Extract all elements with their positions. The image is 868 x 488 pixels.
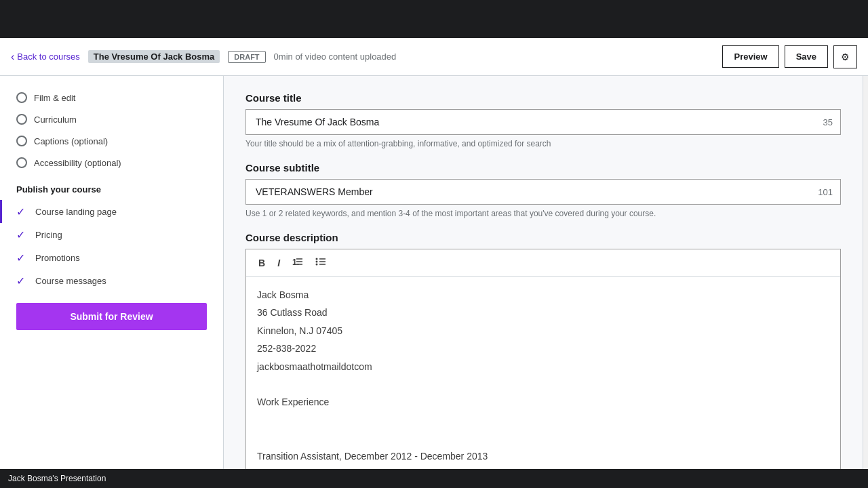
status-bar: Jack Bosma's Presentation (0, 469, 868, 488)
back-arrow-icon: ‹ (11, 51, 14, 63)
submit-for-review-button[interactable]: Submit for Review (16, 303, 207, 330)
sidebar-label-course-landing: Course landing page (35, 207, 117, 217)
nav-course-title: The Vresume Of Jack Bosma (88, 50, 220, 63)
desc-line-blank3 (257, 430, 829, 445)
sidebar-label-course-messages: Course messages (35, 276, 106, 286)
desc-line-work-exp: Work Experience (257, 394, 829, 409)
course-title-char-count: 35 (823, 117, 833, 127)
course-description-label: Course description (245, 232, 841, 243)
submit-btn-container: Submit for Review (0, 292, 223, 341)
check-course-landing: ✓ (16, 205, 28, 218)
save-button[interactable]: Save (785, 45, 828, 68)
italic-button[interactable]: I (272, 255, 285, 271)
back-to-courses[interactable]: ‹ Back to courses (11, 51, 80, 63)
bold-button[interactable]: B (253, 255, 271, 271)
sidebar-label-film-edit: Film & edit (34, 93, 75, 103)
status-text: Jack Bosma's Presentation (8, 474, 106, 483)
svg-point-6 (316, 264, 318, 266)
desc-line-city: Kinnelon, N.J 07405 (257, 323, 829, 338)
check-pricing: ✓ (16, 228, 28, 241)
sidebar-item-film-edit[interactable]: Film & edit (0, 87, 223, 108)
main-layout: Film & edit Curriculum Captions (optiona… (0, 76, 868, 488)
svg-point-5 (316, 261, 318, 263)
sidebar-item-captions[interactable]: Captions (optional) (0, 130, 223, 152)
ordered-list-button[interactable]: 1. (287, 253, 309, 272)
sidebar-item-pricing[interactable]: ✓ Pricing (0, 223, 223, 246)
desc-line-email: jackbosmaathotmaildotcom (257, 359, 829, 374)
sidebar-item-course-landing[interactable]: ✓ Course landing page (0, 200, 223, 223)
unordered-list-button[interactable] (310, 253, 332, 272)
desc-line-blank1 (257, 377, 829, 392)
desc-line-transition: Transition Assistant, December 2012 - De… (257, 449, 829, 464)
upload-status: 0min of video content uploaded (274, 52, 715, 62)
svg-point-4 (316, 258, 318, 260)
course-title-wrapper: 35 (245, 109, 841, 135)
draft-badge: DRAFT (228, 51, 265, 63)
sidebar-item-promotions[interactable]: ✓ Promotions (0, 246, 223, 269)
sidebar-item-accessibility[interactable]: Accessibility (optional) (0, 152, 223, 174)
course-subtitle-input[interactable] (245, 179, 841, 205)
description-content[interactable]: Jack Bosma 36 Cutlass Road Kinnelon, N.J… (246, 277, 840, 477)
sidebar: Film & edit Curriculum Captions (optiona… (0, 76, 224, 488)
description-editor: B I 1. (245, 249, 841, 478)
top-bar (0, 0, 868, 38)
radio-captions (16, 136, 27, 146)
nav-actions: Preview Save ⚙ (722, 45, 857, 68)
right-scrollbar (863, 76, 868, 488)
sidebar-label-promotions: Promotions (35, 253, 80, 263)
sidebar-label-accessibility: Accessibility (optional) (34, 158, 121, 168)
editor-toolbar: B I 1. (246, 249, 840, 277)
check-course-messages: ✓ (16, 274, 28, 287)
course-title-hint: Your title should be a mix of attention-… (245, 139, 841, 148)
radio-film-edit (16, 92, 27, 103)
radio-curriculum (16, 114, 27, 125)
radio-accessibility (16, 157, 27, 168)
course-subtitle-wrapper: 101 (245, 179, 841, 205)
sidebar-label-pricing: Pricing (35, 230, 62, 240)
sidebar-label-curriculum: Curriculum (34, 115, 77, 125)
desc-line-name: Jack Bosma (257, 287, 829, 302)
unordered-list-icon (315, 256, 326, 267)
sidebar-item-curriculum[interactable]: Curriculum (0, 108, 223, 130)
sidebar-label-captions: Captions (optional) (34, 136, 108, 146)
check-promotions: ✓ (16, 251, 28, 264)
preview-button[interactable]: Preview (722, 45, 778, 68)
publish-section-label: Publish your course (0, 174, 223, 200)
content-area: Course title 35 Your title should be a m… (224, 76, 863, 488)
nav-bar: ‹ Back to courses The Vresume Of Jack Bo… (0, 38, 868, 76)
course-subtitle-hint: Use 1 or 2 related keywords, and mention… (245, 209, 841, 218)
desc-line-blank2 (257, 413, 829, 428)
desc-line-address: 36 Cutlass Road (257, 305, 829, 320)
course-subtitle-char-count: 101 (818, 187, 833, 197)
course-subtitle-label: Course subtitle (245, 162, 841, 174)
course-title-input[interactable] (245, 109, 841, 135)
back-label: Back to courses (17, 52, 80, 62)
course-title-label: Course title (245, 92, 841, 104)
sidebar-item-course-messages[interactable]: ✓ Course messages (0, 269, 223, 292)
desc-line-phone: 252-838-2022 (257, 341, 829, 356)
settings-button[interactable]: ⚙ (833, 45, 857, 68)
ordered-list-icon: 1. (292, 256, 303, 267)
